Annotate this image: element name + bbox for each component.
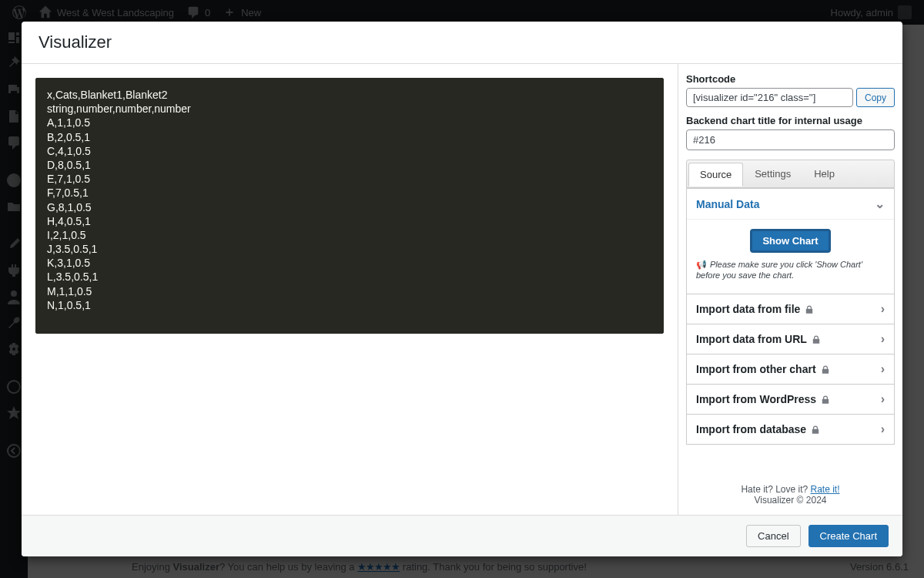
acc-label-wp: Import from WordPress: [696, 393, 830, 405]
copyright: Visualizer © 2024: [686, 495, 895, 506]
show-chart-note: 📢Please make sure you click 'Show Chart'…: [696, 259, 885, 281]
modal-overlay[interactable]: Visualizer Shortcode Copy Backend chart …: [0, 0, 924, 578]
backend-title-input[interactable]: [686, 129, 895, 150]
chevron-down-icon: ⌄: [875, 197, 885, 211]
note-text: Please make sure you click 'Show Chart' …: [696, 260, 862, 280]
rate-link[interactable]: Rate it!: [811, 484, 840, 495]
acc-item-wp: Import from WordPress ›: [687, 384, 894, 414]
rate-prefix: Hate it? Love it?: [741, 484, 810, 495]
acc-label-url: Import data from URL: [696, 333, 821, 345]
megaphone-icon: 📢: [696, 260, 707, 269]
chevron-right-icon: ›: [881, 362, 885, 376]
acc-header-db[interactable]: Import from database ›: [687, 415, 894, 444]
chevron-right-icon: ›: [881, 302, 885, 316]
acc-item-url: Import data from URL ›: [687, 324, 894, 354]
tabs: Source Settings Help: [686, 160, 895, 188]
acc-header-url[interactable]: Import data from URL ›: [687, 324, 894, 354]
show-chart-button[interactable]: Show Chart: [750, 229, 830, 253]
create-chart-button[interactable]: Create Chart: [808, 525, 889, 547]
chevron-right-icon: ›: [881, 392, 885, 406]
shortcode-label: Shortcode: [686, 73, 895, 85]
acc-header-file[interactable]: Import data from file ›: [687, 294, 894, 324]
lock-icon: [805, 304, 814, 314]
sidebar-pane: Shortcode Copy Backend chart title for i…: [678, 64, 902, 515]
sidebar-footer: Hate it? Love it? Rate it! Visualizer © …: [678, 476, 902, 515]
chevron-right-icon: ›: [881, 422, 885, 436]
modal-footer: Cancel Create Chart: [22, 515, 902, 556]
lock-icon: [821, 395, 830, 404]
modal-title: Visualizer: [38, 32, 886, 52]
lock-icon: [812, 334, 821, 344]
acc-label-file: Import data from file: [696, 303, 814, 315]
csv-editor[interactable]: [35, 78, 664, 334]
sidebar-scroll: Shortcode Copy Backend chart title for i…: [678, 64, 902, 476]
cancel-button[interactable]: Cancel: [746, 525, 800, 547]
acc-body-manual: Show Chart 📢Please make sure you click '…: [687, 219, 894, 294]
acc-label-other: Import from other chart: [696, 363, 830, 375]
acc-item-other: Import from other chart ›: [687, 354, 894, 384]
lock-icon: [811, 425, 820, 434]
acc-item-file: Import data from file ›: [687, 294, 894, 324]
modal-body: Shortcode Copy Backend chart title for i…: [22, 64, 902, 515]
acc-header-wp[interactable]: Import from WordPress ›: [687, 385, 894, 414]
chevron-right-icon: ›: [881, 332, 885, 346]
modal-header: Visualizer: [22, 22, 902, 64]
lock-icon: [821, 365, 830, 374]
acc-item-db: Import from database ›: [687, 414, 894, 444]
acc-item-manual: Manual Data ⌄ Show Chart 📢Please make su…: [687, 188, 894, 294]
acc-label-manual: Manual Data: [696, 198, 759, 210]
tab-source[interactable]: Source: [688, 163, 743, 187]
acc-header-manual[interactable]: Manual Data ⌄: [687, 189, 894, 219]
tab-help[interactable]: Help: [802, 162, 846, 186]
acc-header-other[interactable]: Import from other chart ›: [687, 355, 894, 384]
acc-label-db: Import from database: [696, 423, 820, 435]
tab-settings[interactable]: Settings: [743, 162, 802, 186]
shortcode-row: Copy: [686, 88, 895, 107]
rate-line: Hate it? Love it? Rate it!: [686, 484, 895, 495]
copy-button[interactable]: Copy: [856, 88, 895, 107]
shortcode-input[interactable]: [686, 88, 853, 107]
editor-pane: [22, 64, 678, 515]
visualizer-modal: Visualizer Shortcode Copy Backend chart …: [22, 22, 902, 556]
backend-title-label: Backend chart title for internal usage: [686, 115, 895, 126]
source-accordion: Manual Data ⌄ Show Chart 📢Please make su…: [686, 188, 895, 445]
